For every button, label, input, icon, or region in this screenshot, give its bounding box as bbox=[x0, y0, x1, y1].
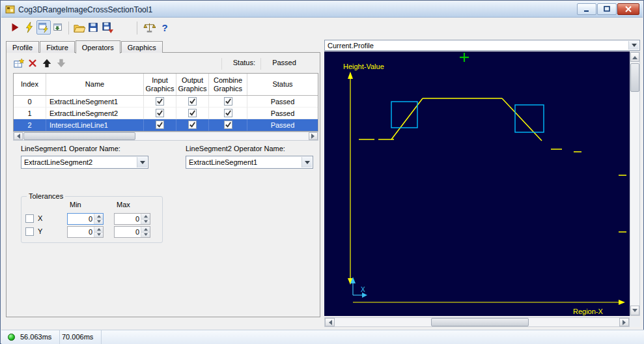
toolbar-separator bbox=[68, 22, 69, 35]
linesegment1-operator-combo[interactable]: ExtractLineSegment2 bbox=[21, 156, 148, 169]
titlebar[interactable]: Cog3DRangeImageCrossSectionTool1 bbox=[1, 1, 643, 18]
tolerance-y-min-spinner[interactable] bbox=[67, 226, 104, 238]
down-triangle bbox=[305, 161, 310, 167]
col-header-output-graphics[interactable]: Output Graphics bbox=[176, 74, 209, 95]
tolerances-title: Tolerances bbox=[27, 192, 65, 200]
maximize-button[interactable] bbox=[597, 3, 617, 15]
arrow-up-icon bbox=[632, 53, 637, 59]
up-triangle bbox=[144, 226, 148, 231]
scroll-up-button[interactable] bbox=[630, 52, 639, 62]
window-controls bbox=[576, 3, 639, 15]
spin-down-button[interactable] bbox=[94, 233, 103, 238]
delete-operator-button[interactable] bbox=[26, 57, 39, 70]
check-icon bbox=[225, 121, 232, 128]
combine-graphics-checkbox[interactable] bbox=[224, 121, 232, 129]
play-icon bbox=[9, 22, 21, 33]
tab-operators[interactable]: Operators bbox=[76, 40, 120, 53]
col-header-input-graphics[interactable]: Input Graphics bbox=[144, 74, 176, 95]
col-header-index[interactable]: Index bbox=[14, 74, 46, 95]
plot-vscrollbar[interactable] bbox=[630, 51, 640, 316]
input-graphics-checkbox[interactable] bbox=[156, 121, 164, 129]
spin-down-button[interactable] bbox=[141, 220, 150, 225]
table-row[interactable]: 0 ExtractLineSegment1 Passed bbox=[14, 96, 318, 108]
chevron-down-icon[interactable] bbox=[137, 157, 147, 167]
col-header-status[interactable]: Status bbox=[247, 74, 318, 95]
spin-up-button[interactable] bbox=[94, 227, 103, 233]
help-button[interactable]: ? bbox=[158, 20, 172, 35]
tab-fixture[interactable]: Fixture bbox=[40, 41, 75, 53]
scroll-left-button[interactable] bbox=[325, 318, 335, 326]
output-graphics-checkbox[interactable] bbox=[188, 109, 197, 117]
col-header-combine-graphics[interactable]: Combine Graphics bbox=[209, 74, 247, 95]
scroll-left-button[interactable] bbox=[14, 132, 23, 140]
spinner-buttons bbox=[141, 227, 150, 237]
main-toolbar: ? bbox=[1, 18, 643, 38]
table-row[interactable]: 1 ExtractLineSegment2 Passed bbox=[14, 108, 318, 119]
tolerance-x-max-spinner[interactable] bbox=[114, 213, 150, 225]
chevron-down-icon[interactable] bbox=[628, 41, 639, 50]
table-hscrollbar[interactable] bbox=[13, 132, 318, 141]
run-button[interactable] bbox=[8, 20, 22, 35]
tab-profile[interactable]: Profile bbox=[6, 41, 39, 53]
up-triangle bbox=[97, 213, 101, 218]
tolerance-x-max-input[interactable] bbox=[115, 214, 141, 224]
save-button[interactable] bbox=[86, 20, 100, 35]
min-column-header: Min bbox=[70, 201, 81, 208]
status-bar: 56.063ms 70.006ms bbox=[1, 330, 644, 344]
arrow-down-icon bbox=[632, 309, 637, 315]
linesegment2-operator-combo[interactable]: ExtractLineSegment1 bbox=[186, 156, 313, 169]
down-triangle bbox=[97, 220, 101, 225]
operators-table[interactable]: Index Name Input Graphics Output Graphic… bbox=[13, 73, 318, 132]
scroll-right-button[interactable] bbox=[619, 318, 629, 326]
window-icon bbox=[5, 4, 16, 14]
combine-graphics-checkbox[interactable] bbox=[224, 109, 232, 117]
display-source-combo[interactable]: Current.Profile bbox=[324, 40, 640, 51]
auto-run-toggle-button[interactable] bbox=[36, 20, 51, 35]
close-button[interactable] bbox=[617, 3, 639, 15]
open-button[interactable] bbox=[72, 20, 86, 35]
spin-up-button[interactable] bbox=[94, 214, 103, 220]
scroll-right-button[interactable] bbox=[309, 132, 318, 140]
add-operator-button[interactable] bbox=[12, 57, 25, 70]
scrollbar-thumb[interactable] bbox=[431, 318, 529, 326]
scroll-down-button[interactable] bbox=[630, 306, 639, 315]
scrollbar-thumb[interactable] bbox=[23, 132, 135, 140]
check-icon bbox=[189, 109, 196, 117]
benchmark-button[interactable] bbox=[142, 20, 156, 35]
table-row-selected[interactable]: 2 IntersectLineLine1 Passed bbox=[14, 119, 318, 131]
spin-up-button[interactable] bbox=[141, 214, 150, 220]
profile-plot-area[interactable]: Height-Value Region-X X bbox=[324, 51, 630, 316]
chevron-down-icon[interactable] bbox=[301, 157, 312, 167]
save-as-button[interactable] bbox=[100, 20, 115, 35]
trigger-run-button[interactable] bbox=[22, 20, 36, 35]
output-graphics-checkbox[interactable] bbox=[188, 121, 197, 129]
profile-plot[interactable]: Height-Value Region-X X bbox=[324, 51, 630, 316]
down-triangle bbox=[144, 233, 148, 238]
tolerance-y-checkbox[interactable] bbox=[25, 227, 34, 236]
tolerance-y-max-spinner[interactable] bbox=[114, 226, 150, 238]
tolerance-x-checkbox[interactable] bbox=[25, 214, 34, 223]
plot-hscrollbar[interactable] bbox=[324, 317, 630, 327]
spin-up-button[interactable] bbox=[141, 227, 150, 233]
tolerance-x-min-spinner[interactable] bbox=[67, 213, 104, 225]
tolerance-x-min-input[interactable] bbox=[68, 214, 94, 224]
tolerance-y-max-input[interactable] bbox=[115, 227, 141, 237]
toolbar-separator bbox=[137, 22, 137, 35]
check-icon bbox=[156, 121, 163, 128]
scrollbar-corner bbox=[630, 317, 640, 327]
input-graphics-checkbox[interactable] bbox=[156, 97, 164, 106]
scrollbar-thumb[interactable] bbox=[630, 63, 639, 92]
move-up-button[interactable] bbox=[40, 57, 53, 70]
output-graphics-checkbox[interactable] bbox=[188, 97, 197, 106]
spin-down-button[interactable] bbox=[94, 220, 103, 225]
spin-down-button[interactable] bbox=[141, 233, 150, 238]
combine-graphics-checkbox[interactable] bbox=[224, 97, 232, 106]
col-header-name[interactable]: Name bbox=[46, 74, 144, 95]
input-graphics-checkbox[interactable] bbox=[156, 109, 164, 117]
move-down-button[interactable] bbox=[55, 57, 68, 70]
cell-index: 0 bbox=[14, 96, 46, 108]
float-window-button[interactable] bbox=[51, 20, 65, 35]
tab-graphics[interactable]: Graphics bbox=[121, 41, 163, 53]
tolerance-y-min-input[interactable] bbox=[68, 227, 94, 237]
minimize-button[interactable] bbox=[577, 3, 596, 15]
